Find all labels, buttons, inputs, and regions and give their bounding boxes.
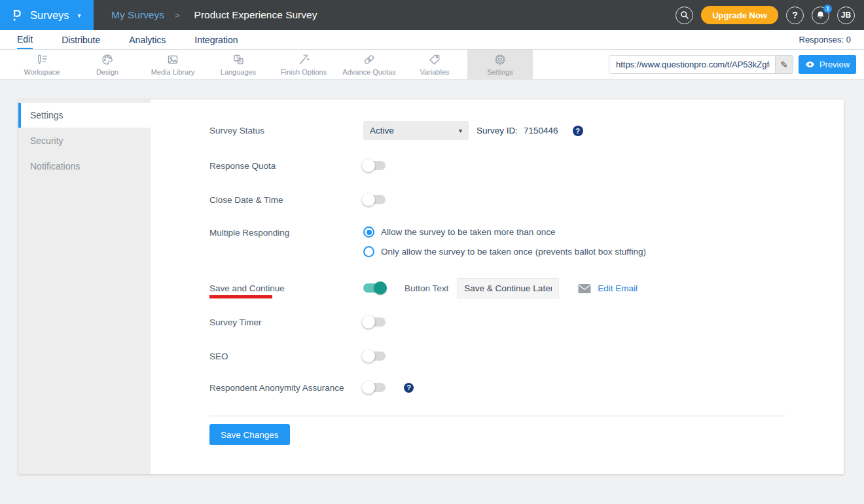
product-switcher[interactable]: Surveys ▾ xyxy=(0,0,94,30)
survey-id: Survey ID: 7150446 ? xyxy=(477,126,583,136)
response-quota-label: Response Quota xyxy=(209,161,363,171)
toolbar-item-variables[interactable]: Variables xyxy=(402,50,467,79)
help-button[interactable]: ? xyxy=(786,7,804,24)
languages-icon: * A xyxy=(232,53,245,66)
upgrade-now-button[interactable]: Upgrade Now xyxy=(701,6,778,24)
multiple-responding-label: Multiple Responding xyxy=(209,226,363,238)
tab-integration[interactable]: Integration xyxy=(194,30,238,49)
anonymity-help-icon[interactable]: ? xyxy=(404,383,414,393)
survey-status-label: Survey Status xyxy=(209,126,363,135)
preview-button[interactable]: Preview xyxy=(799,55,856,74)
close-date-label: Close Date & Time xyxy=(209,195,363,205)
settings-sidebar: Settings Security Notifications xyxy=(18,99,151,474)
user-avatar[interactable]: JB xyxy=(837,7,855,24)
responses-count: Responses: 0 xyxy=(799,30,864,49)
button-text-input[interactable] xyxy=(457,278,559,298)
toggle-knob xyxy=(362,193,375,206)
radio-option-multiple[interactable]: Allow the survey to be taken more than o… xyxy=(363,226,646,238)
settings-card: Settings Security Notifications Survey S… xyxy=(18,99,844,474)
save-and-continue-toggle[interactable] xyxy=(363,283,386,293)
save-changes-button[interactable]: Save Changes xyxy=(209,424,290,445)
anonymity-toggle[interactable] xyxy=(363,383,386,392)
response-quota-row: Response Quota xyxy=(209,158,811,173)
multiple-responding-row: Multiple Responding Allow the survey to … xyxy=(209,226,811,257)
workspace-icon xyxy=(35,53,48,66)
multiple-responding-options: Allow the survey to be taken more than o… xyxy=(363,226,646,257)
edit-email-link[interactable]: Edit Email xyxy=(598,283,638,293)
toggle-knob xyxy=(362,315,375,329)
survey-id-help-icon[interactable]: ? xyxy=(573,126,583,136)
close-date-toggle[interactable] xyxy=(363,195,386,204)
toolbar-item-design[interactable]: Design xyxy=(75,50,140,79)
svg-text:A: A xyxy=(239,59,242,63)
survey-timer-row: Survey Timer xyxy=(209,314,811,330)
red-highlight-underline xyxy=(209,295,272,298)
header-actions: Upgrade Now ? 1 JB xyxy=(675,0,864,30)
email-envelope-icon[interactable] xyxy=(577,283,592,294)
gear-icon xyxy=(494,53,507,66)
toolbar-item-workspace[interactable]: Workspace xyxy=(9,50,75,79)
search-button[interactable] xyxy=(675,7,693,24)
seo-row: SEO xyxy=(209,348,811,364)
sidebar-item-security[interactable]: Security xyxy=(18,128,151,153)
product-name: Surveys xyxy=(30,9,69,22)
survey-timer-toggle[interactable] xyxy=(363,317,386,327)
form-divider xyxy=(209,416,785,416)
button-text-label: Button Text xyxy=(405,283,448,293)
save-and-continue-label: Save and Continue xyxy=(209,283,363,293)
toolbar-item-advance-quotas[interactable]: Advance Quotas xyxy=(336,50,402,79)
toggle-knob xyxy=(362,381,375,394)
close-date-row: Close Date & Time xyxy=(209,192,811,207)
breadcrumb: My Surveys > Product Experience Survey xyxy=(111,0,317,30)
pencil-icon: ✎ xyxy=(780,60,788,70)
page-title: Product Experience Survey xyxy=(194,9,317,21)
survey-status-row: Survey Status Active ▾ Survey ID: 715044… xyxy=(209,121,811,140)
survey-status-dropdown[interactable]: Active ▾ xyxy=(363,121,469,140)
tab-distribute[interactable]: Distribute xyxy=(62,30,100,49)
edit-toolbar: Workspace Design Media Library * A Langu… xyxy=(0,50,864,80)
edit-url-button[interactable]: ✎ xyxy=(775,56,793,73)
survey-nav-tabs: Edit Distribute Analytics Integration Re… xyxy=(0,30,864,50)
response-quota-toggle[interactable] xyxy=(363,161,386,170)
toggle-knob xyxy=(362,159,375,172)
magic-wand-icon xyxy=(297,53,310,66)
survey-timer-label: Survey Timer xyxy=(209,317,363,327)
toolbar-item-finish-options[interactable]: Finish Options xyxy=(271,50,336,79)
questionpro-logo-icon xyxy=(10,7,24,24)
toggle-knob xyxy=(374,281,387,295)
sidebar-item-notifications[interactable]: Notifications xyxy=(18,153,151,179)
breadcrumb-separator: > xyxy=(175,10,180,20)
main-area: Settings Security Notifications Survey S… xyxy=(0,80,864,504)
seo-toggle[interactable] xyxy=(363,351,386,361)
radio-selected-icon[interactable] xyxy=(363,226,374,238)
anonymity-row: Respondent Anonymity Assurance ? xyxy=(209,380,811,395)
radio-option-once[interactable]: Only allow the survey to be taken once (… xyxy=(363,246,646,257)
notifications-button[interactable]: 1 xyxy=(812,7,829,24)
breadcrumb-my-surveys[interactable]: My Surveys xyxy=(111,9,164,21)
toggle-knob xyxy=(362,350,375,363)
chevron-down-icon: ▾ xyxy=(459,127,462,134)
top-header: Surveys ▾ My Surveys > Product Experienc… xyxy=(0,0,864,30)
tab-edit[interactable]: Edit xyxy=(17,30,33,49)
survey-url-input[interactable] xyxy=(609,56,775,73)
eye-icon xyxy=(805,60,815,69)
question-mark-icon: ? xyxy=(792,10,798,20)
tag-icon xyxy=(428,53,441,66)
toolbar-item-media-library[interactable]: Media Library xyxy=(140,50,206,79)
save-and-continue-row: Save and Continue Button Text Edit Email xyxy=(209,277,811,299)
survey-url-field: ✎ xyxy=(609,55,793,74)
seo-label: SEO xyxy=(209,351,363,361)
design-palette-icon xyxy=(101,53,114,66)
survey-id-value: 7150446 xyxy=(524,126,558,135)
chevron-down-icon: ▾ xyxy=(78,12,81,19)
toolbar-item-settings[interactable]: Settings xyxy=(467,50,533,79)
chain-link-icon xyxy=(363,53,376,66)
tab-analytics[interactable]: Analytics xyxy=(129,30,166,49)
sidebar-item-settings[interactable]: Settings xyxy=(18,103,151,128)
survey-status-value: Active xyxy=(370,126,394,135)
toolbar-item-languages[interactable]: * A Languages xyxy=(206,50,271,79)
anonymity-label: Respondent Anonymity Assurance xyxy=(209,383,363,393)
radio-unselected-icon[interactable] xyxy=(363,246,374,257)
avatar-initials: JB xyxy=(841,10,851,20)
notification-badge: 1 xyxy=(823,5,832,13)
